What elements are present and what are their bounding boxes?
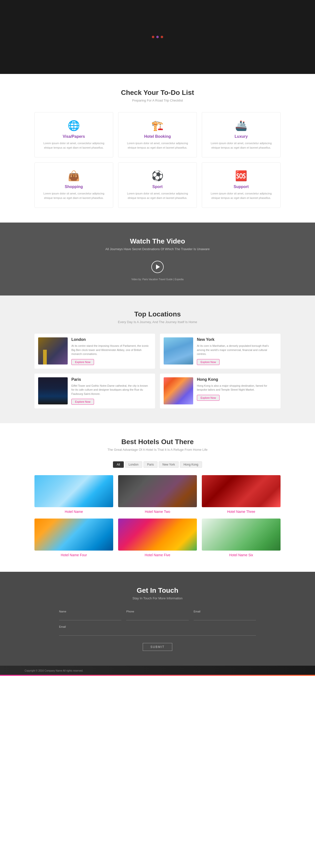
location-img-1 bbox=[164, 337, 193, 365]
contact-section: Get In Touch Stay In Touch For More Info… bbox=[0, 572, 315, 666]
form-row-1: Name Phone Email bbox=[59, 610, 256, 620]
todo-card-text-1: Lorem ipsum dolor sit amet, consectetur … bbox=[123, 141, 192, 150]
todo-icon-1: 🏗️ bbox=[123, 120, 192, 131]
filter-tab-all[interactable]: All bbox=[113, 461, 124, 468]
todo-card-3: 👜 Shopping Lorem ipsum dolor sit amet, c… bbox=[34, 162, 113, 208]
filter-tab-paris[interactable]: Paris bbox=[143, 461, 158, 468]
todo-card-text-0: Lorem ipsum dolor sit amet, consectetur … bbox=[40, 141, 108, 150]
location-name-2: Paris bbox=[71, 377, 151, 382]
location-desc-0: At its centre stand the imposing Houses … bbox=[71, 344, 151, 356]
todo-section: Check Your To-Do List Preparing For A Ro… bbox=[0, 74, 315, 222]
location-card-0: London At its centre stand the imposing … bbox=[34, 334, 155, 369]
location-info-2: Paris Eiffel Tower and Gothic Notre-Dame… bbox=[71, 377, 151, 405]
explore-btn-3[interactable]: Explore Now bbox=[197, 395, 219, 401]
hotel-name-4: Hotel Name Five bbox=[118, 553, 197, 557]
todo-card-text-3: Lorem ipsum dolor sit amet, consectetur … bbox=[40, 191, 108, 200]
video-section: Watch The Video All Journeys Have Secret… bbox=[0, 222, 315, 296]
location-info-1: New York At its core is Manhattan, a den… bbox=[197, 337, 277, 365]
email-field-group: Email bbox=[194, 610, 256, 620]
explore-btn-2[interactable]: Explore Now bbox=[71, 399, 94, 405]
todo-card-2: 🚢 Luxury Lorem ipsum dolor sit amet, con… bbox=[202, 112, 281, 157]
hotels-grid: Hotel Name Hotel Name Two Hotel Name Thr… bbox=[34, 475, 281, 557]
todo-icon-5: 🆘 bbox=[207, 170, 275, 182]
location-info-3: Hong Kong Hong Kong is also a major shop… bbox=[197, 377, 277, 405]
filter-tab-new york[interactable]: New York bbox=[159, 461, 179, 468]
hotel-card-2: Hotel Name Three bbox=[202, 475, 281, 514]
hotel-card-3: Hotel Name Four bbox=[34, 519, 113, 557]
video-subtitle: All Journeys Have Secret Destinations Of… bbox=[25, 247, 290, 251]
todo-grid: 🌐 Visa/Papers Lorem ipsum dolor sit amet… bbox=[34, 112, 281, 208]
location-card-3: Hong Kong Hong Kong is also a major shop… bbox=[160, 374, 281, 409]
todo-card-4: ⚽ Sport Lorem ipsum dolor sit amet, cons… bbox=[118, 162, 197, 208]
footer: Copyright © 2016 Company Name All rights… bbox=[0, 666, 315, 676]
hero-dot-1 bbox=[152, 36, 154, 38]
filter-tab-london[interactable]: London bbox=[125, 461, 142, 468]
hero-dots bbox=[152, 36, 163, 38]
todo-icon-0: 🌐 bbox=[40, 120, 108, 131]
submit-button[interactable]: SUBMIT bbox=[143, 643, 172, 651]
name-input[interactable] bbox=[59, 614, 121, 620]
contact-subtitle: Stay In Touch For More Information bbox=[25, 596, 290, 600]
hotel-name-1: Hotel Name Two bbox=[118, 510, 197, 514]
location-name-3: Hong Kong bbox=[197, 377, 277, 382]
hotel-name-5: Hotel Name Six bbox=[202, 553, 281, 557]
location-desc-3: Hong Kong is also a major shopping desti… bbox=[197, 384, 277, 392]
hero-section bbox=[0, 0, 315, 74]
hotels-section: Best Hotels Out There The Great Advantag… bbox=[0, 423, 315, 572]
location-card-2: Paris Eiffel Tower and Gothic Notre-Dame… bbox=[34, 374, 155, 409]
hotel-img-1 bbox=[118, 475, 197, 507]
todo-icon-2: 🚢 bbox=[207, 120, 275, 131]
explore-btn-1[interactable]: Explore Now bbox=[197, 359, 219, 365]
play-button[interactable] bbox=[151, 261, 164, 273]
footer-bar bbox=[0, 675, 315, 676]
location-name-0: London bbox=[71, 337, 151, 342]
hotel-name-0: Hotel Name bbox=[34, 510, 113, 514]
todo-card-0: 🌐 Visa/Papers Lorem ipsum dolor sit amet… bbox=[34, 112, 113, 157]
todo-card-title-3: Shopping bbox=[40, 185, 108, 189]
hotel-card-1: Hotel Name Two bbox=[118, 475, 197, 514]
email2-label: Email bbox=[59, 625, 256, 628]
location-card-1: New York At its core is Manhattan, a den… bbox=[160, 334, 281, 369]
contact-title: Get In Touch bbox=[25, 587, 290, 594]
video-caption: Video by: Paris Vacation Travel Guide | … bbox=[25, 278, 290, 281]
todo-card-title-0: Visa/Papers bbox=[40, 134, 108, 139]
todo-icon-3: 👜 bbox=[40, 170, 108, 182]
hotel-img-4 bbox=[118, 519, 197, 551]
hotel-card-0: Hotel Name bbox=[34, 475, 113, 514]
explore-btn-0[interactable]: Explore Now bbox=[71, 359, 94, 365]
footer-text: Copyright © 2016 Company Name All rights… bbox=[25, 669, 83, 672]
hotel-card-4: Hotel Name Five bbox=[118, 519, 197, 557]
todo-card-title-2: Luxury bbox=[207, 134, 275, 139]
location-img-0 bbox=[38, 337, 68, 365]
form-row-2: Email bbox=[59, 625, 256, 636]
locations-section: Top Locations Every Day Is A Journey, An… bbox=[0, 296, 315, 423]
email2-input[interactable] bbox=[59, 629, 256, 636]
hotel-img-5 bbox=[202, 519, 281, 551]
hotels-subtitle: The Great Advantage Of A Hotel Is That I… bbox=[25, 448, 290, 452]
todo-card-title-4: Sport bbox=[123, 185, 192, 189]
hotel-card-5: Hotel Name Six bbox=[202, 519, 281, 557]
contact-form: Name Phone Email Email SUBMIT bbox=[59, 610, 256, 651]
locations-grid: London At its centre stand the imposing … bbox=[34, 334, 281, 408]
video-title: Watch The Video bbox=[25, 237, 290, 245]
filter-tabs: AllLondonParisNew YorkHong Kong bbox=[25, 461, 290, 468]
todo-title: Check Your To-Do List bbox=[25, 89, 290, 97]
name-label: Name bbox=[59, 610, 121, 613]
todo-card-title-1: Hotel Booking bbox=[123, 134, 192, 139]
locations-subtitle: Every Day Is A Journey, And The Journey … bbox=[25, 320, 290, 324]
location-img-3 bbox=[164, 377, 193, 404]
locations-title: Top Locations bbox=[25, 310, 290, 318]
todo-subtitle: Preparing For A Road Trip Checklist bbox=[25, 99, 290, 102]
location-desc-2: Eiffel Tower and Gothic Notre-Dame cathe… bbox=[71, 384, 151, 396]
todo-icon-4: ⚽ bbox=[123, 170, 192, 182]
email-input[interactable] bbox=[194, 614, 256, 620]
todo-card-title-5: Support bbox=[207, 185, 275, 189]
location-desc-1: At its core is Manhattan, a densely popu… bbox=[197, 344, 277, 356]
todo-card-1: 🏗️ Hotel Booking Lorem ipsum dolor sit a… bbox=[118, 112, 197, 157]
filter-tab-hong kong[interactable]: Hong Kong bbox=[180, 461, 202, 468]
hotel-name-2: Hotel Name Three bbox=[202, 510, 281, 514]
play-icon bbox=[156, 265, 160, 269]
phone-input[interactable] bbox=[126, 614, 188, 620]
location-img-2 bbox=[38, 377, 68, 404]
location-name-1: New York bbox=[197, 337, 277, 342]
